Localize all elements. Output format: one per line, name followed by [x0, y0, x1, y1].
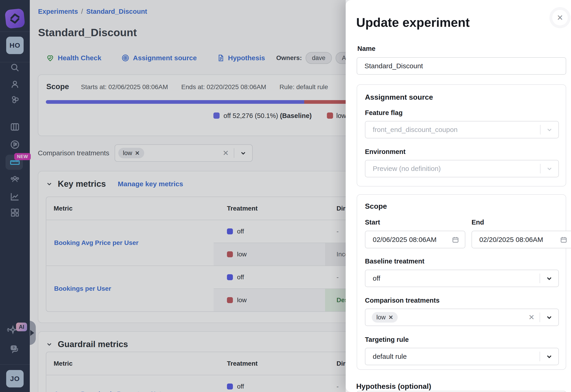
baseline-treatment-value: off [365, 274, 380, 282]
chevron-down-icon[interactable] [545, 353, 553, 360]
chip-remove-icon[interactable]: ✕ [388, 314, 393, 321]
name-input[interactable]: Standard_Discount [357, 57, 566, 75]
targeting-rule-select[interactable]: default rule [365, 348, 559, 365]
comparison-treatments-select[interactable]: low ✕ ✕ [365, 308, 559, 326]
chevron-down-icon[interactable] [545, 275, 553, 282]
hypothesis-textarea[interactable] [357, 391, 566, 392]
modal-overlay[interactable] [0, 0, 346, 392]
assignment-source-heading: Assignment source [365, 93, 433, 101]
assignment-source-card: Assignment source Feature flag front_end… [357, 84, 566, 186]
chevron-down-icon [546, 126, 553, 133]
calendar-icon[interactable] [560, 236, 568, 244]
targeting-rule-value: default rule [365, 353, 407, 360]
environment-value: Preview (no definition) [365, 165, 441, 172]
start-date-input[interactable]: 02/06/2025 08:06AM [365, 231, 465, 248]
start-label: Start [365, 219, 380, 226]
close-icon: ✕ [557, 13, 563, 22]
clear-icon[interactable]: ✕ [528, 313, 535, 322]
treatment-chip-label: low [376, 314, 386, 321]
targeting-rule-label: Targeting rule [365, 336, 409, 343]
app: HO NEW [0, 0, 571, 392]
update-experiment-panel: ✕ Update experiment Name Standard_Discou… [346, 0, 571, 392]
scope-heading: Scope [365, 202, 387, 210]
chevron-down-icon[interactable] [545, 314, 553, 321]
scope-card: Scope Start End 02/06/2025 08:06AM 02/20… [357, 194, 566, 370]
baseline-treatment-label: Baseline treatment [365, 257, 425, 265]
hypothesis-optional-label: Hypothesis (optional) [356, 382, 431, 391]
end-label: End [471, 219, 484, 226]
name-value: Standard_Discount [364, 62, 423, 70]
environment-select[interactable]: Preview (no definition) [365, 160, 559, 177]
calendar-icon[interactable] [452, 236, 459, 244]
name-label: Name [357, 45, 375, 53]
end-date-value: 02/20/2025 08:06AM [479, 236, 543, 244]
end-date-input[interactable]: 02/20/2025 08:06AM [471, 231, 571, 248]
close-button[interactable]: ✕ [549, 7, 571, 28]
start-date-value: 02/06/2025 08:06AM [373, 236, 437, 244]
feature-flag-select[interactable]: front_end_discount_coupon [365, 121, 559, 138]
treatment-chip: low ✕ [372, 312, 398, 322]
chevron-down-icon [546, 165, 553, 172]
feature-flag-label: Feature flag [365, 109, 402, 117]
comparison-treatments-label: Comparison treatments [365, 297, 440, 304]
environment-label: Environment [365, 148, 405, 155]
panel-title: Update experiment [356, 15, 470, 30]
baseline-treatment-select[interactable]: off [365, 270, 559, 287]
feature-flag-value: front_end_discount_coupon [365, 126, 457, 134]
